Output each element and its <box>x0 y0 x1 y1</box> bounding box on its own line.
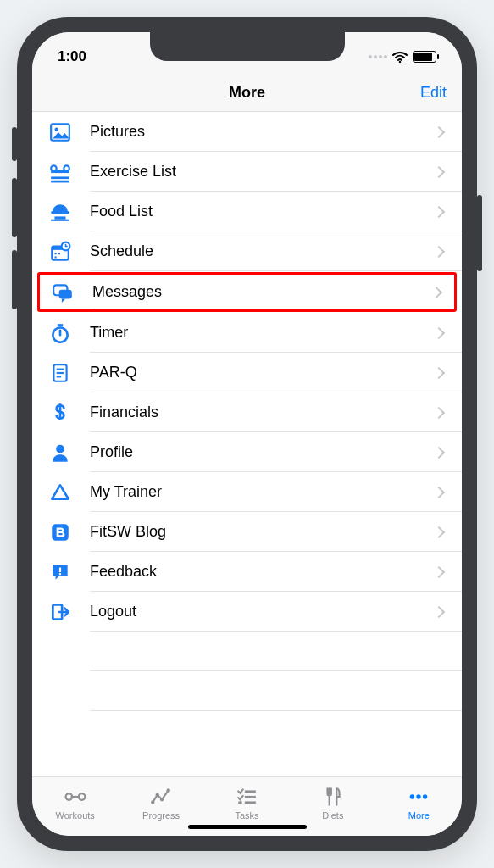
menu-item-label: My Trainer <box>90 483 435 501</box>
side-button <box>12 127 17 161</box>
menu-item-par-q[interactable]: PAR-Q <box>32 353 462 392</box>
menu-item-label: Food List <box>90 203 435 220</box>
menu-item-label: Timer <box>90 324 435 342</box>
diets-tab-icon <box>322 786 344 808</box>
menu-item-label: Pictures <box>90 123 435 141</box>
page-title: More <box>229 84 265 102</box>
blog-icon <box>49 521 71 543</box>
side-button <box>12 178 17 237</box>
tab-label: Progress <box>142 810 180 821</box>
chevron-right-icon <box>433 486 445 498</box>
menu-item-label: Financials <box>90 403 435 421</box>
menu-item-fitsw-blog[interactable]: FitSW Blog <box>32 512 462 552</box>
chevron-right-icon <box>433 605 445 617</box>
tab-progress[interactable]: Progress <box>118 786 203 821</box>
battery-icon <box>413 51 436 63</box>
menu-item-label: Schedule <box>90 242 435 260</box>
picture-icon <box>49 121 71 143</box>
tab-label: More <box>408 810 430 821</box>
tab-label: Workouts <box>56 810 95 821</box>
chevron-right-icon <box>433 406 445 418</box>
menu-item-label: Messages <box>92 283 432 301</box>
chevron-right-icon <box>433 125 445 137</box>
trainer-icon <box>49 481 71 504</box>
feedback-icon <box>49 561 71 583</box>
menu-list: PicturesExercise ListFood ListScheduleMe… <box>32 112 462 776</box>
nav-bar: More Edit <box>32 75 462 112</box>
phone-frame: 1:00 More Edit PicturesExercise ListFood… <box>17 17 477 851</box>
chevron-right-icon <box>433 366 445 378</box>
menu-item-feedback[interactable]: Feedback <box>32 552 462 592</box>
menu-item-food-list[interactable]: Food List <box>32 192 462 231</box>
status-icons <box>369 51 436 63</box>
calendar-icon <box>49 241 71 263</box>
menu-item-timer[interactable]: Timer <box>32 313 462 353</box>
menu-item-schedule[interactable]: Schedule <box>32 231 462 271</box>
menu-item-label: FitSW Blog <box>90 523 435 541</box>
tab-tasks[interactable]: Tasks <box>204 786 290 821</box>
menu-item-pictures[interactable]: Pictures <box>32 112 462 152</box>
status-time: 1:00 <box>58 48 86 65</box>
more-tab-icon <box>408 786 430 808</box>
menu-item-label: Exercise List <box>90 163 435 181</box>
chevron-right-icon <box>433 165 445 177</box>
chevron-right-icon <box>433 205 445 217</box>
barbell-icon <box>49 161 71 183</box>
edit-button[interactable]: Edit <box>420 84 447 102</box>
tasks-tab-icon <box>236 786 258 808</box>
chevron-right-icon <box>430 286 442 298</box>
menu-item-exercise-list[interactable]: Exercise List <box>32 152 462 192</box>
empty-row <box>90 671 462 711</box>
home-indicator[interactable] <box>188 825 307 829</box>
side-button <box>12 250 17 309</box>
tab-more[interactable]: More <box>376 786 462 821</box>
menu-item-label: Feedback <box>90 563 435 581</box>
menu-item-logout[interactable]: Logout <box>32 592 462 632</box>
side-button <box>477 195 482 271</box>
tab-diets[interactable]: Diets <box>290 786 375 821</box>
dollar-icon <box>49 402 71 424</box>
menu-item-label: PAR-Q <box>90 364 435 381</box>
messages-icon <box>52 281 74 303</box>
timer-icon <box>49 322 71 344</box>
notch <box>150 32 345 61</box>
empty-row <box>90 632 462 671</box>
chevron-right-icon <box>433 526 445 537</box>
tab-workouts[interactable]: Workouts <box>32 786 118 821</box>
workouts-tab-icon <box>64 786 86 808</box>
menu-item-profile[interactable]: Profile <box>32 432 462 472</box>
chevron-right-icon <box>433 245 445 257</box>
chevron-right-icon <box>433 326 445 338</box>
cellular-dots-icon <box>369 55 387 58</box>
menu-item-messages[interactable]: Messages <box>37 272 457 312</box>
document-icon <box>49 362 71 384</box>
screen: 1:00 More Edit PicturesExercise ListFood… <box>32 32 462 836</box>
chevron-right-icon <box>433 446 445 458</box>
menu-item-label: Profile <box>90 443 435 461</box>
profile-icon <box>49 442 71 464</box>
logout-icon <box>49 601 71 623</box>
wifi-icon <box>392 51 408 63</box>
progress-tab-icon <box>150 786 172 808</box>
food-icon <box>49 201 71 223</box>
tab-label: Tasks <box>235 810 258 821</box>
menu-item-label: Logout <box>90 603 435 620</box>
chevron-right-icon <box>433 565 445 577</box>
tab-label: Diets <box>322 810 343 821</box>
menu-item-my-trainer[interactable]: My Trainer <box>32 472 462 512</box>
menu-item-financials[interactable]: Financials <box>32 392 462 432</box>
